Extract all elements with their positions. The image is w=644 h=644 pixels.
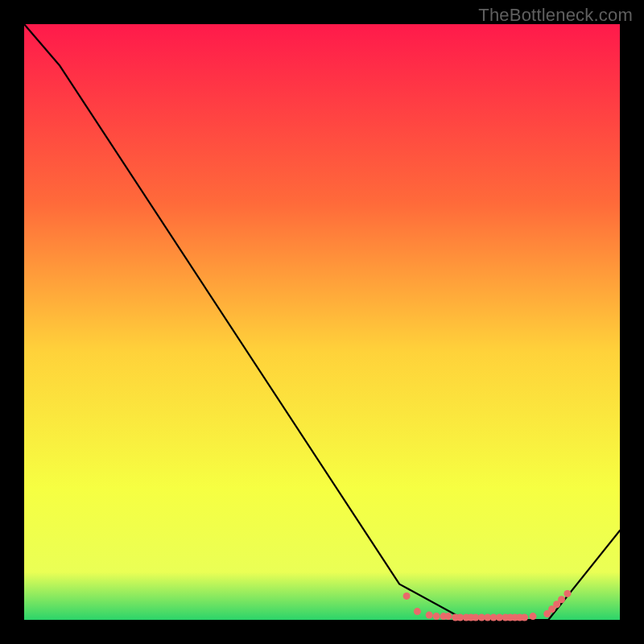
marker-point xyxy=(521,614,528,621)
marker-point xyxy=(530,613,537,620)
marker-point xyxy=(403,592,411,600)
bottleneck-chart xyxy=(0,0,644,644)
marker-point xyxy=(564,590,571,597)
chart-stage: TheBottleneck.com xyxy=(0,0,644,644)
marker-point xyxy=(444,613,452,620)
marker-point xyxy=(558,596,565,603)
marker-point xyxy=(414,608,421,615)
watermark-text: TheBottleneck.com xyxy=(478,5,633,26)
plot-background xyxy=(24,24,620,620)
marker-point xyxy=(426,612,433,619)
marker-point xyxy=(433,613,440,620)
